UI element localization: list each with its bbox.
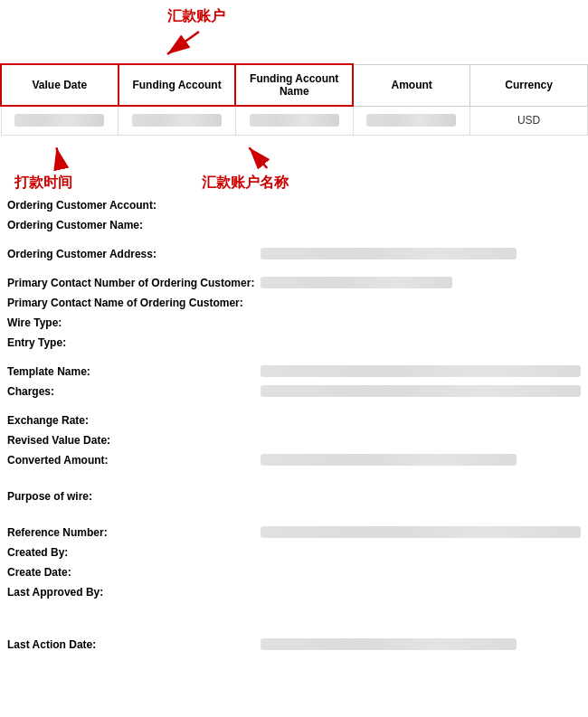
detail-revised-value-date: Revised Value Date: (7, 434, 581, 452)
detail-created-by: Created By: (7, 546, 581, 564)
svg-line-4 (56, 147, 61, 168)
col-funding-account: Funding Account (119, 64, 236, 106)
detail-ordering-customer-name: Ordering Customer Name: (7, 219, 581, 237)
cell-funding-account (119, 106, 236, 135)
cell-amount (353, 106, 470, 135)
detail-template-name: Template Name: (7, 365, 581, 383)
detail-charges: Charges: (7, 385, 581, 403)
detail-section: 打款时间 汇款账户名称 Ordering Customer Account: O… (0, 136, 588, 656)
table-row: USD (1, 106, 588, 135)
detail-primary-contact-name: Primary Contact Name of Ordering Custome… (7, 297, 581, 315)
annotation-top-area: 汇款账户 (0, 0, 588, 63)
detail-last-approved-by: Last Approved By: (7, 586, 581, 604)
col-amount: Amount (353, 64, 470, 106)
cell-funding-account-name (235, 106, 353, 135)
col-funding-account-name: Funding Account Name (235, 64, 353, 106)
detail-ordering-customer-address: Ordering Customer Address: (7, 248, 581, 266)
detail-purpose-of-wire: Purpose of wire: (7, 490, 581, 508)
data-table: Value Date Funding Account Funding Accou… (0, 63, 588, 136)
annotation-huikuan-zhanghao: 汇款账户 (167, 7, 225, 26)
detail-last-action-date: Last Action Date: (7, 638, 581, 656)
annotation-dakuan-shijian: 打款时间 (14, 174, 72, 193)
main-table-container: Value Date Funding Account Funding Accou… (0, 63, 588, 136)
detail-wire-type: Wire Type: (7, 316, 581, 335)
col-currency: Currency (470, 64, 588, 106)
svg-line-1 (167, 32, 199, 54)
detail-reference-number: Reference Number: (7, 526, 581, 544)
annotation-huikuan-zhanghao-mingcheng: 汇款账户名称 (202, 174, 289, 193)
detail-primary-contact-number: Primary Contact Number of Ordering Custo… (7, 277, 581, 295)
cell-value-date (1, 106, 119, 135)
col-value-date: Value Date (1, 64, 119, 106)
detail-converted-amount: Converted Amount: (7, 454, 581, 472)
detail-exchange-rate: Exchange Rate: (7, 414, 581, 432)
detail-entry-type: Entry Type: (7, 336, 581, 354)
svg-line-5 (249, 147, 267, 168)
cell-currency: USD (470, 106, 588, 135)
detail-create-date: Create Date: (7, 566, 581, 584)
detail-ordering-customer-account: Ordering Customer Account: (7, 199, 581, 217)
